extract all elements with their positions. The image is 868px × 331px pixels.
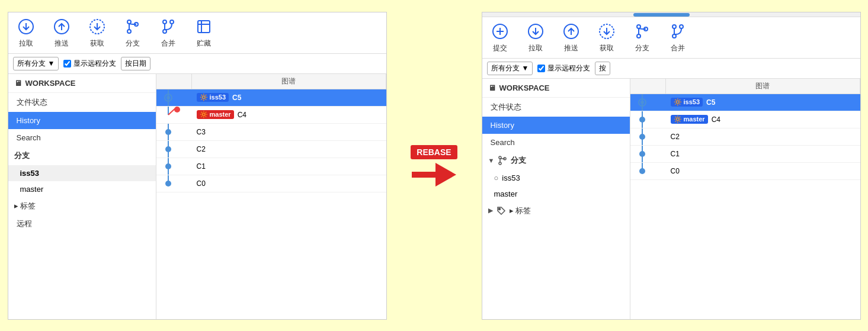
show-remote-checkbox-right[interactable]: 显示远程分支 bbox=[537, 63, 590, 73]
merge-button-right[interactable]: 合并 bbox=[666, 22, 690, 53]
graph-commit-c2-right: C2 bbox=[666, 130, 860, 143]
graph-commit-c2-left: C2 bbox=[192, 143, 386, 156]
graph-commit-c3-left: C3 bbox=[192, 126, 386, 139]
svg-point-6 bbox=[127, 20, 131, 24]
svg-point-10 bbox=[163, 20, 166, 24]
graph-commit-c4-right: 🔆 master C4 bbox=[666, 113, 860, 126]
right-graph-col-commits: 图谱 bbox=[666, 79, 860, 94]
sidebar-tags-right[interactable]: ▶ ▸ 标签 bbox=[482, 202, 630, 220]
store-button[interactable]: 贮藏 bbox=[192, 17, 216, 49]
sidebar-search-left[interactable]: Search bbox=[8, 129, 156, 146]
graph-node-c3-left bbox=[156, 124, 192, 140]
right-panel: 提交 拉取 推送 bbox=[482, 12, 861, 320]
sidebar-branch-master-left[interactable]: master bbox=[8, 181, 156, 197]
right-sidebar: 🖥 WORKSPACE 文件状态 History Search ▼ bbox=[482, 79, 630, 319]
left-graph-header: 图谱 bbox=[156, 74, 386, 89]
branch-button-left[interactable]: 分支 bbox=[121, 17, 145, 49]
merge-label-right: 合并 bbox=[671, 43, 685, 53]
graph-row-c4-left[interactable]: 🔆 master C4 bbox=[156, 107, 386, 124]
graph-commit-c5-left: 🔆 iss53 C5 bbox=[192, 91, 386, 104]
sidebar-file-status-left[interactable]: 文件状态 bbox=[8, 93, 156, 112]
sidebar-history-right[interactable]: History bbox=[482, 117, 630, 134]
push-label: 推送 bbox=[55, 38, 69, 49]
graph-row-c0-right[interactable]: C0 bbox=[630, 163, 860, 180]
push-button[interactable]: 推送 bbox=[50, 17, 73, 49]
commit-button[interactable]: 提交 bbox=[488, 22, 512, 53]
svg-point-63 bbox=[639, 168, 645, 174]
svg-point-55 bbox=[640, 101, 644, 104]
svg-point-26 bbox=[165, 146, 171, 152]
push-icon-right bbox=[562, 22, 581, 41]
graph-row-c5-right[interactable]: 🔆 iss53 C5 bbox=[630, 94, 860, 111]
chevron-down-icon-right: ▼ bbox=[522, 64, 529, 72]
left-subbar: 所有分支 ▼ 显示远程分支 按日期 bbox=[8, 54, 386, 74]
svg-point-30 bbox=[165, 181, 171, 187]
fetch-icon bbox=[88, 17, 107, 36]
store-label: 贮藏 bbox=[197, 38, 211, 49]
sidebar-tags-left[interactable]: ▸ 标签 bbox=[8, 197, 156, 215]
graph-row-c0-left[interactable]: C0 bbox=[156, 175, 386, 192]
left-content: 🖥 WORKSPACE 文件状态 History Search 分支 iss53… bbox=[8, 74, 386, 319]
workspace-header-right: 🖥 WORKSPACE bbox=[482, 79, 630, 98]
rebase-arrow: REBASE bbox=[411, 145, 457, 187]
sidebar-search-right[interactable]: Search bbox=[482, 134, 630, 151]
graph-commit-c0-right: C0 bbox=[666, 165, 860, 178]
branch-label-right: 分支 bbox=[635, 43, 649, 53]
pull-button-right[interactable]: 拉取 bbox=[524, 22, 547, 53]
graph-row-c5-left[interactable]: 🔆 iss53 C5 bbox=[156, 89, 386, 107]
sidebar-file-status-right[interactable]: 文件状态 bbox=[482, 98, 630, 117]
graph-node-c2-right bbox=[630, 128, 666, 145]
graph-row-c3-left[interactable]: C3 bbox=[156, 124, 386, 141]
branches-header-left: 分支 bbox=[8, 146, 156, 165]
graph-commit-c1-right: C1 bbox=[666, 147, 860, 160]
sidebar-branch-iss53-right[interactable]: ○ iss53 bbox=[482, 170, 630, 186]
tag-master-c4-left: 🔆 master bbox=[197, 110, 234, 119]
graph-commit-c4-left: 🔆 master C4 bbox=[192, 108, 386, 121]
commit-label: 提交 bbox=[493, 43, 507, 53]
push-label-right: 推送 bbox=[564, 43, 578, 53]
right-toolbar: 提交 拉取 推送 bbox=[482, 17, 860, 59]
pull-label-right: 拉取 bbox=[529, 43, 543, 53]
sidebar-history-left[interactable]: History bbox=[8, 112, 156, 129]
svg-point-7 bbox=[127, 30, 131, 33]
graph-row-c1-left[interactable]: C1 bbox=[156, 158, 386, 175]
graph-row-c2-right[interactable]: C2 bbox=[630, 128, 860, 146]
graph-row-c2-left[interactable]: C2 bbox=[156, 141, 386, 158]
sidebar-branch-iss53-left[interactable]: iss53 bbox=[8, 165, 156, 181]
graph-commit-c5-right: 🔆 iss53 C5 bbox=[666, 95, 860, 109]
workspace-header-left: 🖥 WORKSPACE bbox=[8, 74, 156, 93]
fetch-button-right[interactable]: 获取 bbox=[595, 22, 619, 53]
branch-select-right[interactable]: 所有分支 ▼ bbox=[487, 62, 533, 75]
svg-point-28 bbox=[165, 163, 171, 169]
rebase-label: REBASE bbox=[411, 145, 457, 159]
right-graph-header: 图谱 bbox=[630, 79, 860, 94]
graph-row-c1-right[interactable]: C1 bbox=[630, 146, 860, 163]
left-graph-col-graph bbox=[156, 74, 192, 89]
fetch-button[interactable]: 获取 bbox=[85, 17, 109, 49]
graph-commit-c1-left: C1 bbox=[192, 160, 386, 173]
branch-section-icon bbox=[498, 156, 507, 165]
branch-select-left[interactable]: 所有分支 ▼ bbox=[13, 57, 59, 70]
graph-node-c0-right bbox=[630, 163, 666, 179]
svg-point-22 bbox=[174, 107, 180, 113]
date-btn-left[interactable]: 按日期 bbox=[121, 57, 150, 70]
branch-button-right[interactable]: 分支 bbox=[630, 22, 654, 53]
pull-button[interactable]: 拉取 bbox=[14, 17, 38, 49]
graph-node-c4-right bbox=[630, 111, 666, 128]
fetch-label-right: 获取 bbox=[600, 43, 614, 53]
branch-label-left: 分支 bbox=[126, 38, 140, 49]
merge-icon-right bbox=[668, 22, 687, 41]
merge-button-left[interactable]: 合并 bbox=[156, 17, 180, 49]
push-button-right[interactable]: 推送 bbox=[559, 22, 583, 53]
pull-label: 拉取 bbox=[19, 38, 33, 49]
graph-node-c2-left bbox=[156, 141, 192, 158]
chevron-down-icon: ▼ bbox=[48, 59, 55, 68]
commit-icon bbox=[491, 22, 510, 41]
workspace-icon-left: 🖥 bbox=[14, 79, 22, 88]
branch-icon-right bbox=[633, 22, 652, 41]
graph-row-c4-right[interactable]: 🔆 master C4 bbox=[630, 111, 860, 128]
date-btn-right[interactable]: 按 bbox=[595, 62, 610, 75]
show-remote-checkbox-left[interactable]: 显示远程分支 bbox=[63, 59, 116, 69]
sidebar-branch-master-right[interactable]: master bbox=[482, 186, 630, 202]
right-graph: 图谱 🔆 iss53 C5 bbox=[630, 79, 860, 319]
